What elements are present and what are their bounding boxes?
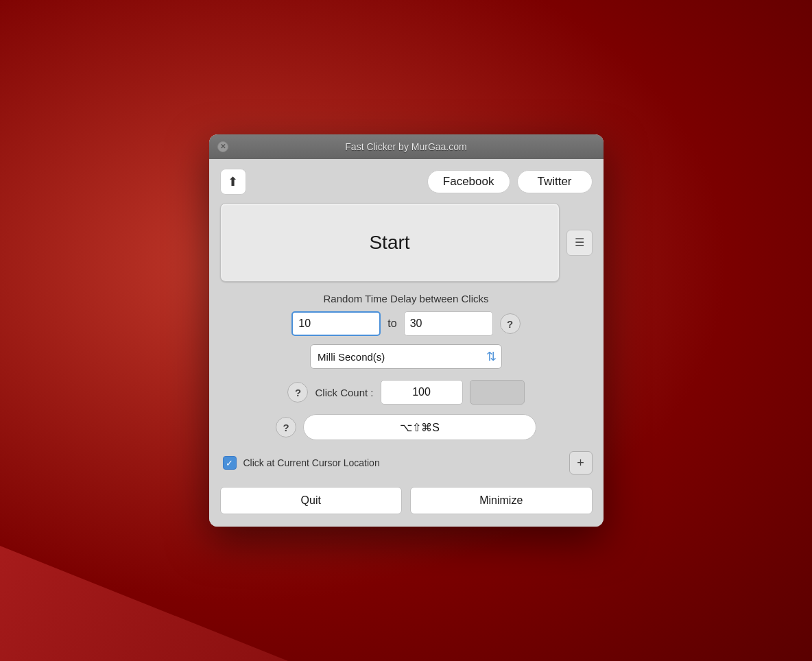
start-button[interactable]: Start xyxy=(220,203,560,282)
to-label: to xyxy=(387,317,396,330)
facebook-button[interactable]: Facebook xyxy=(427,170,510,193)
click-count-label: Click Count : xyxy=(315,387,373,398)
delay-row: to ? xyxy=(220,311,593,336)
cursor-location-checkbox[interactable]: ✓ xyxy=(223,456,237,470)
hotkey-help-button[interactable]: ? xyxy=(276,417,296,437)
hotkey-row: ? ⌥⇧⌘S xyxy=(220,414,593,440)
start-row: Start ☰ xyxy=(220,203,593,282)
click-count-extra xyxy=(470,380,525,405)
plus-button[interactable]: + xyxy=(569,451,593,474)
twitter-button[interactable]: Twitter xyxy=(517,170,593,193)
bottom-row: Quit Minimize xyxy=(220,487,593,514)
delay-section-label: Random Time Delay between Clicks xyxy=(220,293,593,304)
minimize-button[interactable]: Minimize xyxy=(410,487,593,514)
click-count-help-button[interactable]: ? xyxy=(287,382,308,402)
checkbox-row: ✓ Click at Current Cursor Location + xyxy=(220,451,593,474)
share-button[interactable]: ⬆ xyxy=(220,169,246,195)
cursor-location-label: Click at Current Cursor Location xyxy=(243,457,380,468)
toolbar: ⬆ Facebook Twitter xyxy=(220,169,593,195)
quit-button[interactable]: Quit xyxy=(220,487,403,514)
checkmark-icon: ✓ xyxy=(226,458,233,468)
close-button[interactable]: ✕ xyxy=(217,141,228,152)
delay-from-input[interactable] xyxy=(291,311,381,336)
delay-help-button[interactable]: ? xyxy=(500,313,521,334)
click-count-input[interactable] xyxy=(381,380,463,405)
click-count-row: ? Click Count : xyxy=(220,380,593,405)
time-unit-select[interactable]: Milli Second(s) Second(s) Minute(s) xyxy=(310,344,502,369)
titlebar: ✕ Fast Clicker by MurGaa.com xyxy=(209,134,604,159)
window-title: Fast Clicker by MurGaa.com xyxy=(345,141,466,152)
list-button[interactable]: ☰ xyxy=(566,230,593,256)
time-unit-wrapper: Milli Second(s) Second(s) Minute(s) ⇅ xyxy=(310,344,502,369)
share-icon: ⬆ xyxy=(228,174,238,189)
hotkey-button[interactable]: ⌥⇧⌘S xyxy=(303,414,536,440)
list-icon: ☰ xyxy=(575,236,584,249)
main-window: ✕ Fast Clicker by MurGaa.com ⬆ Facebook … xyxy=(209,134,604,527)
window-body: ⬆ Facebook Twitter Start ☰ Random Time D… xyxy=(209,159,604,527)
delay-to-input[interactable] xyxy=(404,311,493,336)
dropdown-row: Milli Second(s) Second(s) Minute(s) ⇅ xyxy=(220,344,593,369)
